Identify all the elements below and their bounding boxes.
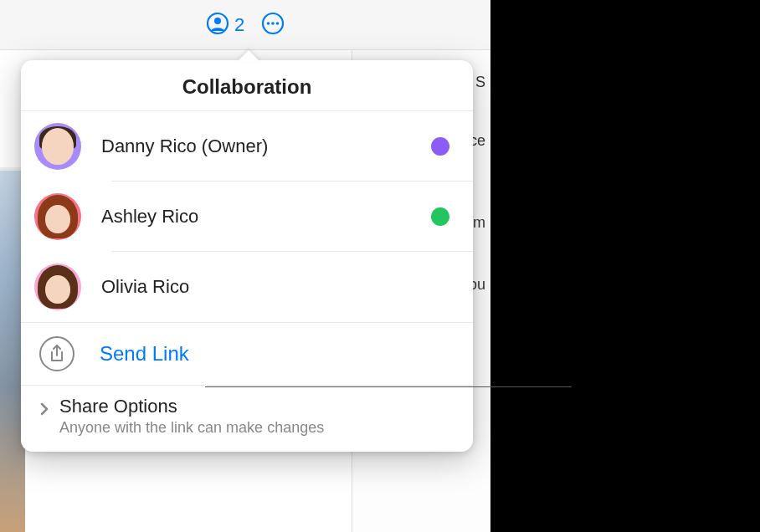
participant-name: Ashley Rico [101,206,431,228]
presence-dot [431,207,449,226]
share-icon [39,336,74,371]
svg-point-4 [271,22,275,25]
participant-name: Danny Rico (Owner) [101,136,431,157]
share-options-button[interactable]: Share Options Anyone with the link can m… [21,386,473,452]
avatar [34,123,81,170]
send-link-button[interactable]: Send Link [21,322,473,386]
share-options-subtitle: Anyone with the link can make changes [59,419,324,437]
avatar [34,193,81,240]
ellipsis-circle-icon [261,12,285,38]
participant-row[interactable]: Olivia Rico [21,252,473,322]
svg-point-3 [267,22,270,25]
person-circle-icon [206,12,229,38]
participant-name: Olivia Rico [101,276,456,298]
collaboration-button[interactable]: 2 [206,12,244,38]
participant-row[interactable]: Danny Rico (Owner) [21,111,473,182]
more-button[interactable] [261,12,285,38]
right-black-region [490,0,760,532]
chevron-right-icon [39,402,49,419]
collaboration-popover: Collaboration Danny Rico (Owner) Ashley … [21,60,473,452]
toolbar: 2 [0,0,490,50]
callout-line [205,386,572,387]
bg-text: S [475,74,485,91]
collaborator-count: 2 [234,14,244,36]
avatar [34,263,81,310]
svg-point-5 [276,22,280,25]
svg-point-1 [214,18,221,24]
presence-dot [431,137,449,156]
send-link-label: Send Link [100,342,189,366]
participant-row[interactable]: Ashley Rico [21,182,473,252]
popover-title: Collaboration [21,60,473,111]
share-options-title: Share Options [59,396,324,417]
